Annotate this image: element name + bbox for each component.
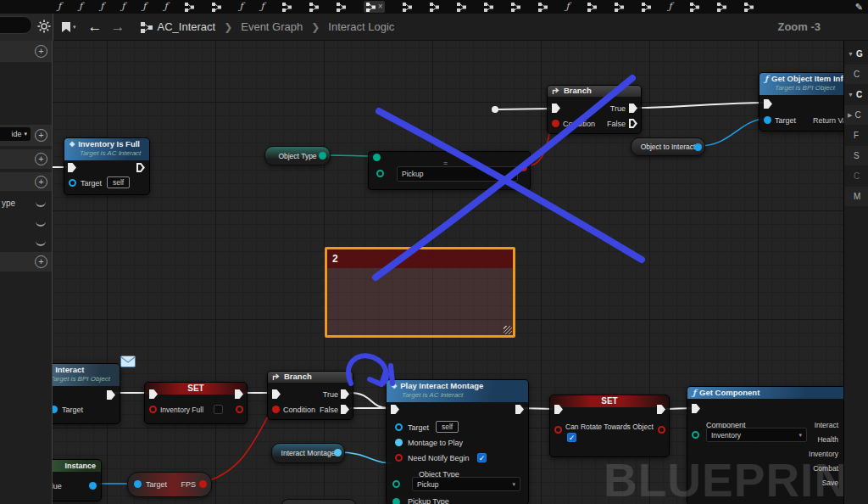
breadcrumb-event-graph[interactable]: Event Graph	[241, 20, 303, 33]
tab-function[interactable]: ƒ	[164, 1, 167, 13]
equal-value-dropdown[interactable]: Pickup	[397, 166, 518, 182]
exec-in-pin[interactable]	[692, 404, 700, 413]
add-dispatcher-button[interactable]: +	[35, 255, 47, 268]
variable-row[interactable]: ype	[0, 194, 52, 211]
inventory-full-checkbox[interactable]	[214, 405, 223, 414]
object-type-out-pin[interactable]	[319, 152, 326, 160]
target-pin[interactable]	[764, 116, 771, 124]
tab-graph[interactable]	[212, 1, 221, 13]
target-pin[interactable]	[134, 480, 142, 488]
tab-function[interactable]: ƒ	[669, 1, 672, 13]
variables-section-header[interactable]: +	[0, 172, 52, 191]
need-notify-begin-pin[interactable]	[395, 454, 403, 462]
condition-pin[interactable]	[552, 120, 559, 127]
tab-function[interactable]: ƒ	[261, 1, 264, 13]
object-type-dropdown[interactable]: Pickup ▾	[412, 477, 520, 491]
graphs-section-header[interactable]: +	[0, 41, 52, 62]
tab-graph[interactable]	[587, 1, 597, 13]
details-row[interactable]: ▶C	[844, 105, 868, 125]
expand-icon[interactable]: ▶	[848, 112, 852, 119]
tab-function[interactable]: ƒ	[142, 1, 146, 13]
return-value-pin[interactable]	[89, 482, 97, 490]
tab-graph[interactable]	[538, 1, 548, 13]
true-exec-pin[interactable]	[629, 104, 637, 113]
inventory-full-in-pin[interactable]	[149, 406, 157, 413]
eye-closed-icon[interactable]	[36, 238, 46, 246]
object-to-interact-out-pin[interactable]	[694, 143, 702, 151]
tab-graph[interactable]	[717, 1, 726, 13]
condition-pin[interactable]	[272, 406, 280, 413]
search-input[interactable]	[0, 16, 32, 34]
node-play-interact-montage[interactable]: ◈Play Interact Montage Target is AC Inte…	[386, 379, 529, 504]
functions-section-header[interactable]: ide▾ +	[0, 125, 52, 146]
false-exec-pin[interactable]	[341, 405, 349, 414]
tab-function[interactable]: ƒ	[239, 1, 242, 13]
target-pin[interactable]	[395, 423, 403, 431]
exec-in-pin[interactable]	[272, 389, 281, 399]
exec-out-pin[interactable]	[515, 405, 524, 414]
tab-function[interactable]: ƒ	[121, 1, 125, 13]
details-row[interactable]: ▼C	[844, 85, 868, 104]
reroute-node[interactable]	[492, 106, 498, 113]
tab-graph[interactable]	[744, 1, 754, 13]
component-dropdown[interactable]: Inventory ▾	[706, 428, 807, 442]
bookmark-button[interactable]: ▾	[62, 22, 76, 32]
add-graph-button[interactable]: +	[35, 45, 47, 58]
node-object-to-interact-getter[interactable]: Object to Interact	[631, 137, 705, 156]
event-dispatchers-section-header[interactable]: +	[0, 252, 52, 272]
expand-icon[interactable]: ▼	[848, 51, 854, 57]
equal-input-b-pin[interactable]	[376, 170, 384, 177]
add-function-button[interactable]: +	[35, 129, 47, 142]
can-rotate-checkbox[interactable]: ✓	[567, 433, 576, 442]
details-row[interactable]: ▼G	[844, 44, 868, 64]
gear-icon[interactable]	[37, 20, 51, 33]
tab-graph[interactable]	[484, 1, 493, 13]
node-branch-bottom[interactable]: Branch Condition True False	[267, 371, 353, 420]
false-exec-pin[interactable]	[629, 119, 637, 128]
exec-out-pin[interactable]	[107, 390, 115, 400]
edit-icon[interactable]: ✎	[855, 2, 863, 13]
tab-graph[interactable]	[615, 1, 624, 13]
component-pin[interactable]	[692, 431, 699, 439]
node-set-can-rotate[interactable]: SET Can Rotate Towards Object ✓	[549, 395, 670, 457]
interact-montage-out-pin[interactable]	[334, 449, 342, 456]
tab-graph[interactable]	[337, 1, 346, 13]
comment-resize-handle[interactable]	[504, 326, 512, 334]
details-row[interactable]: F	[844, 126, 868, 145]
exec-in-pin[interactable]	[391, 405, 399, 414]
node-set-inventory-full[interactable]: SET Inventory Full	[144, 382, 248, 424]
variable-row[interactable]	[0, 233, 52, 250]
breadcrumb-blueprint[interactable]: AC_Interact	[158, 20, 216, 33]
pickup-type-pin[interactable]	[392, 498, 400, 504]
tab-graph[interactable]	[309, 1, 319, 13]
override-dropdown[interactable]: ide▾	[0, 127, 31, 141]
exec-out-pin[interactable]	[136, 163, 145, 172]
back-button[interactable]: ←	[88, 19, 103, 36]
node-equal-enum[interactable]: = Pickup	[368, 151, 531, 190]
equal-input-a-pin[interactable]	[373, 154, 381, 161]
tab-function[interactable]: ƒ	[565, 1, 569, 13]
inventory-full-out-pin[interactable]	[236, 406, 243, 413]
exec-in-pin[interactable]	[68, 163, 76, 172]
true-exec-pin[interactable]	[341, 389, 349, 399]
tab-graph[interactable]	[457, 1, 466, 13]
equal-result-pin[interactable]	[520, 164, 527, 171]
node-interact-event[interactable]: ◈Interact Target is BPI Object Target	[41, 363, 120, 424]
tab-function[interactable]: ƒ	[79, 1, 82, 13]
eye-closed-icon[interactable]	[36, 219, 46, 227]
object-type-pin[interactable]	[392, 480, 400, 488]
tab-graph[interactable]	[282, 1, 292, 13]
tab-graph[interactable]	[690, 1, 699, 13]
tab-graph[interactable]	[642, 1, 651, 13]
details-row[interactable]: S	[844, 146, 868, 165]
montage-to-play-pin[interactable]	[395, 439, 403, 446]
fps-out-pin[interactable]	[199, 480, 207, 488]
tab-function[interactable]: ƒ	[100, 1, 103, 13]
details-row[interactable]: C	[844, 166, 868, 186]
node-branch-top[interactable]: Branch Condition True False	[547, 85, 642, 134]
self-value[interactable]: self	[436, 421, 459, 433]
tab-graph[interactable]	[511, 1, 520, 13]
comment-title[interactable]: 2	[327, 249, 513, 268]
details-row[interactable]: M	[844, 187, 868, 206]
tab-graph[interactable]	[430, 1, 439, 13]
